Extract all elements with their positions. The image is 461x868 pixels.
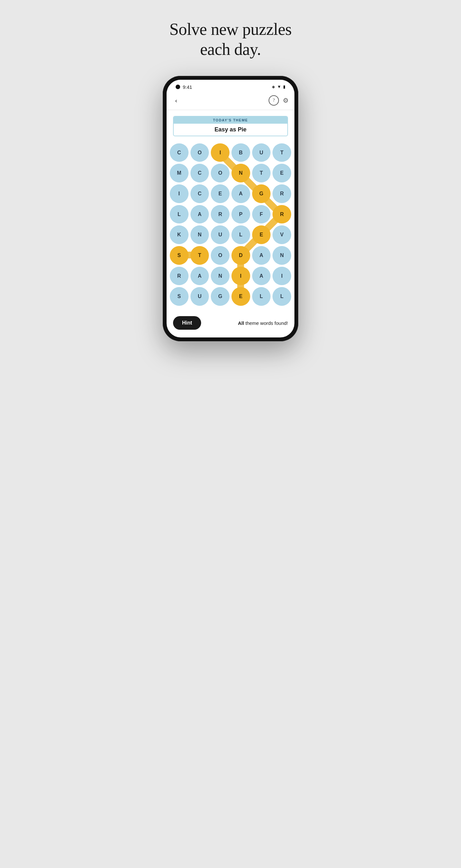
grid-cell[interactable]: A [190,267,209,285]
battery-icon: ▮ [283,84,285,89]
all-text: All [238,320,244,326]
grid-cell[interactable]: C [190,184,209,203]
grid-cell[interactable]: U [252,144,271,162]
grid-cell[interactable]: I [211,144,229,162]
grid-cell[interactable]: A [190,205,209,224]
theme-label: TODAY'S THEME [174,117,287,124]
back-button[interactable]: ‹ [173,95,180,106]
status-icons: ◈ ▼ ▮ [272,84,285,89]
grid-container: COIBUTMCONTEICEAGRLARPFRKNULEVSTODANRANI… [170,144,291,306]
grid-cell[interactable]: I [232,267,250,285]
grid-cell[interactable]: S [170,287,188,306]
grid-cell[interactable]: N [273,246,291,265]
grid-cell[interactable]: R [211,205,229,224]
grid-cell[interactable]: R [273,184,291,203]
grid-cell[interactable]: L [252,287,271,306]
grid-cell[interactable]: O [211,164,229,182]
wifi-icon: ▼ [277,84,281,89]
camera-icon [176,85,180,89]
phone-shell: 9:41 ◈ ▼ ▮ ‹ ? ⚙ TODAY'S THEME Easy as P… [163,76,298,341]
letter-grid: COIBUTMCONTEICEAGRLARPFRKNULEVSTODANRANI… [170,144,291,306]
grid-cell[interactable]: R [273,205,291,224]
grid-cell[interactable]: S [170,246,188,265]
grid-cell[interactable]: I [273,267,291,285]
grid-cell[interactable]: T [273,144,291,162]
status-left: 9:41 [176,84,192,90]
grid-cell[interactable]: L [273,287,291,306]
grid-cell[interactable]: U [190,287,209,306]
grid-cell[interactable]: B [232,144,250,162]
data-icon: ◈ [272,84,275,89]
grid-cell[interactable]: O [190,144,209,162]
status-bar: 9:41 ◈ ▼ ▮ [166,80,295,92]
grid-cell[interactable]: N [232,164,250,182]
page-headline: Solve new puzzles each day. [170,20,292,60]
grid-cell[interactable]: E [252,225,271,244]
settings-button[interactable]: ⚙ [283,97,288,104]
grid-cell[interactable]: L [232,225,250,244]
help-button[interactable]: ? [269,95,279,105]
grid-cell[interactable]: I [170,184,188,203]
bottom-area: Hint All theme words found! [166,312,295,337]
grid-cell[interactable]: G [211,287,229,306]
help-icon: ? [273,97,275,103]
nav-actions: ? ⚙ [269,95,288,105]
grid-cell[interactable]: A [252,267,271,285]
status-time: 9:41 [183,84,192,90]
grid-cell[interactable]: E [273,164,291,182]
top-nav: ‹ ? ⚙ [166,92,295,110]
grid-cell[interactable]: F [252,205,271,224]
grid-cell[interactable]: T [190,246,209,265]
grid-cell[interactable]: C [170,144,188,162]
grid-cell[interactable]: K [170,225,188,244]
grid-cell[interactable]: M [170,164,188,182]
words-found-suffix: theme words found! [245,320,288,326]
phone-screen: 9:41 ◈ ▼ ▮ ‹ ? ⚙ TODAY'S THEME Easy as P… [166,80,295,337]
game-area: COIBUTMCONTEICEAGRLARPFRKNULEVSTODANRANI… [166,140,295,312]
grid-cell[interactable]: E [211,184,229,203]
grid-cell[interactable]: E [232,287,250,306]
grid-cell[interactable]: N [190,225,209,244]
theme-banner: TODAY'S THEME Easy as Pie [173,116,288,136]
hint-button[interactable]: Hint [173,316,201,330]
grid-cell[interactable]: T [252,164,271,182]
words-found-text: All theme words found! [238,320,288,326]
grid-cell[interactable]: N [211,267,229,285]
grid-cell[interactable]: V [273,225,291,244]
grid-cell[interactable]: G [252,184,271,203]
grid-cell[interactable]: A [232,184,250,203]
grid-cell[interactable]: D [232,246,250,265]
grid-cell[interactable]: L [170,205,188,224]
grid-cell[interactable]: P [232,205,250,224]
grid-cell[interactable]: O [211,246,229,265]
grid-cell[interactable]: A [252,246,271,265]
grid-cell[interactable]: U [211,225,229,244]
grid-cell[interactable]: C [190,164,209,182]
grid-cell[interactable]: R [170,267,188,285]
theme-value: Easy as Pie [174,124,287,135]
